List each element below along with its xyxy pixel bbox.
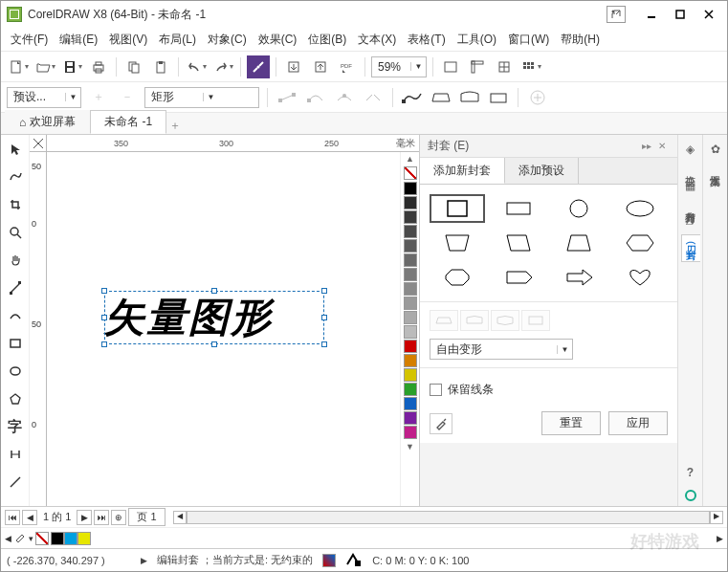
add-tab-button[interactable]: ＋ <box>166 118 184 134</box>
envelope-mode4-icon[interactable] <box>487 86 510 109</box>
envelope-mode1-icon[interactable] <box>401 86 424 109</box>
color-swatch[interactable] <box>404 383 417 396</box>
plus-button[interactable]: ＋ <box>87 86 110 109</box>
shape-hexagon[interactable] <box>612 229 668 257</box>
node-add-icon[interactable] <box>333 86 356 109</box>
tool-ellipse[interactable] <box>5 361 26 382</box>
canvas[interactable]: 矢量图形 <box>47 152 400 506</box>
chevron-down-icon[interactable]: ▼ <box>557 345 572 354</box>
handle-bl[interactable] <box>101 341 107 347</box>
mode-straight-icon[interactable] <box>430 310 458 331</box>
menu-view[interactable]: 视图(V) <box>103 30 153 50</box>
gear-icon[interactable]: ✿ <box>707 141 724 158</box>
pdf-button[interactable]: PDF <box>336 55 359 78</box>
shape-circle[interactable] <box>552 194 607 223</box>
minimize-button[interactable] <box>639 5 664 24</box>
share-icon[interactable] <box>607 6 626 23</box>
ruler-horizontal[interactable]: 350 300 250 毫米 <box>30 135 419 152</box>
handle-br[interactable] <box>321 341 327 347</box>
chevron-down-icon[interactable]: ▼ <box>65 93 80 101</box>
color-swatch[interactable] <box>404 325 417 339</box>
open-button[interactable]: ▾ <box>33 55 56 78</box>
menu-layout[interactable]: 布局(L) <box>153 30 202 50</box>
tool-pan[interactable] <box>5 250 26 271</box>
tool-artistic[interactable] <box>5 305 26 326</box>
color-swatch[interactable] <box>404 282 417 296</box>
deform-mode-combo[interactable]: 自由变形 ▼ <box>430 339 573 360</box>
mode-arc-icon[interactable] <box>460 310 489 331</box>
options-button[interactable]: ▾ <box>519 55 542 78</box>
color-swatch[interactable] <box>404 397 417 410</box>
color-swatch[interactable] <box>404 354 417 367</box>
minus-button[interactable]: － <box>116 86 139 109</box>
color-swatch[interactable] <box>404 340 417 353</box>
menu-effect[interactable]: 效果(C) <box>253 30 303 50</box>
envelope-mode2-icon[interactable] <box>430 86 452 109</box>
status-next-icon[interactable]: ▶ <box>141 556 147 565</box>
shape-trapezoid1[interactable] <box>430 229 485 257</box>
menu-object[interactable]: 对象(C) <box>202 30 253 50</box>
export-button[interactable] <box>309 55 332 78</box>
tool-text[interactable]: 字 <box>5 416 26 437</box>
ruler-vertical[interactable]: 50 0 50 0 <box>30 152 47 506</box>
import-button[interactable] <box>282 55 305 78</box>
menu-help[interactable]: 帮助(H) <box>555 30 606 50</box>
reset-button[interactable]: 重置 <box>541 411 601 435</box>
tool-freehand[interactable] <box>5 277 26 298</box>
handle-tr[interactable] <box>321 288 327 294</box>
color-swatch[interactable] <box>404 297 417 310</box>
vtab-transform[interactable]: 变换 <box>681 162 699 173</box>
rulers-button[interactable] <box>466 55 489 78</box>
tool-connector[interactable] <box>5 472 26 493</box>
page-prev-icon[interactable]: ◀ <box>22 510 37 525</box>
keep-lines-checkbox[interactable] <box>430 384 442 396</box>
vtab-align[interactable]: 对齐与分布 <box>681 198 699 209</box>
envelope-icon[interactable]: ▱ <box>682 213 699 231</box>
mode-free-icon[interactable] <box>521 310 550 331</box>
selected-object[interactable]: 矢量图形 <box>104 291 324 344</box>
tab-welcome[interactable]: ⌂ 欢迎屏幕 <box>5 110 90 134</box>
grid-button[interactable] <box>493 55 516 78</box>
menu-text[interactable]: 文本(X) <box>352 30 402 50</box>
new-button[interactable]: ▾ <box>7 55 30 78</box>
save-button[interactable]: ▾ <box>60 55 83 78</box>
shape-combo[interactable]: 矩形 ▼ <box>144 87 259 108</box>
docker-close-icon[interactable]: ✕ <box>654 141 670 151</box>
align-icon[interactable]: ▦ <box>682 177 699 194</box>
shape-trapezoid2[interactable] <box>552 229 607 257</box>
shape-rect[interactable] <box>491 194 546 223</box>
color-swatch[interactable] <box>404 311 417 324</box>
palette-menu-icon[interactable]: ▾ <box>29 534 33 543</box>
help-icon[interactable]: ? <box>682 464 699 481</box>
tool-zoom[interactable] <box>5 222 26 243</box>
keep-lines-row[interactable]: 保留线条 <box>430 376 668 404</box>
shape-octagon[interactable] <box>430 263 485 292</box>
page-last-icon[interactable]: ⏭ <box>94 510 109 525</box>
page-first-icon[interactable]: ⏮ <box>5 510 20 525</box>
eyedropper-button[interactable] <box>430 413 452 434</box>
color-swatch[interactable] <box>404 411 417 425</box>
menu-table[interactable]: 表格(T) <box>402 30 451 50</box>
color-swatch[interactable] <box>404 225 417 238</box>
tool-pick[interactable] <box>5 139 26 160</box>
handle-bm[interactable] <box>211 341 217 347</box>
menu-edit[interactable]: 编辑(E) <box>54 30 103 50</box>
handle-ml[interactable] <box>101 315 107 320</box>
status-fill-icon[interactable] <box>322 554 336 567</box>
tool-parallel[interactable] <box>5 444 26 465</box>
color-swatch[interactable] <box>404 182 417 195</box>
tool-polygon[interactable] <box>5 388 26 409</box>
palette-up-icon[interactable]: ▲ <box>401 152 419 165</box>
tool-shape[interactable] <box>5 166 26 187</box>
eyedropper-icon[interactable] <box>13 530 27 546</box>
color-swatch[interactable] <box>404 210 417 224</box>
shape-heart[interactable] <box>612 263 668 292</box>
shape-parallelogram[interactable] <box>491 229 546 257</box>
horizontal-scrollbar[interactable]: ◀▶ <box>173 511 723 524</box>
node-break-icon[interactable] <box>362 86 385 109</box>
envelope-mode3-icon[interactable] <box>458 86 481 109</box>
tool-crop[interactable] <box>5 194 26 215</box>
tab-document[interactable]: 未命名 -1 <box>90 110 166 134</box>
transform-icon[interactable]: ◈ <box>682 141 699 158</box>
mode-double-icon[interactable] <box>491 310 519 331</box>
